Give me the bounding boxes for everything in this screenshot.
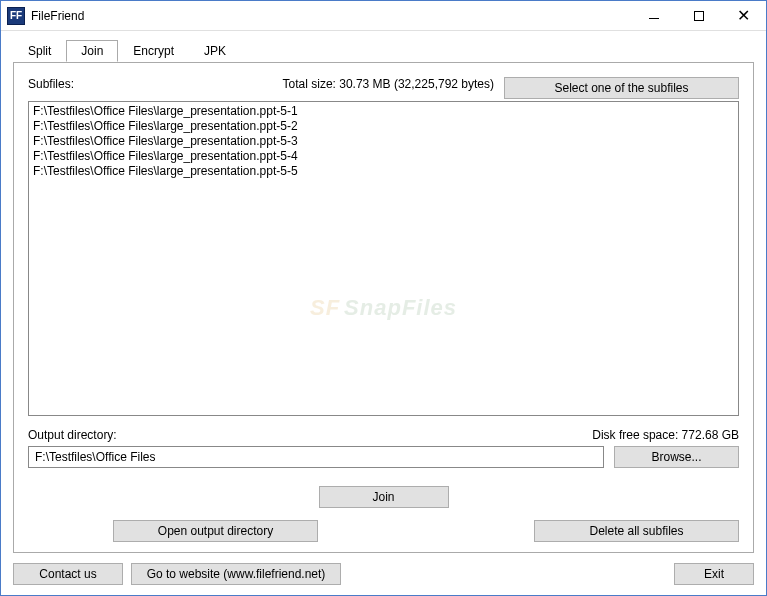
list-item[interactable]: F:\Testfiles\Office Files\large_presenta… bbox=[33, 119, 734, 134]
tab-bar: Split Join Encrypt JPK bbox=[13, 40, 754, 63]
subfiles-section: Subfiles: Total size: 30.73 MB (32,225,7… bbox=[28, 77, 739, 99]
tab-split[interactable]: Split bbox=[13, 40, 66, 62]
exit-button[interactable]: Exit bbox=[674, 563, 754, 585]
join-panel: Subfiles: Total size: 30.73 MB (32,225,7… bbox=[13, 62, 754, 553]
output-directory-input[interactable] bbox=[28, 446, 604, 468]
open-output-button[interactable]: Open output directory bbox=[113, 520, 318, 542]
disk-free-label: Disk free space: 772.68 GB bbox=[592, 428, 739, 442]
list-item[interactable]: F:\Testfiles\Office Files\large_presenta… bbox=[33, 149, 734, 164]
subfiles-label: Subfiles: bbox=[28, 77, 74, 91]
website-button[interactable]: Go to website (www.filefriend.net) bbox=[131, 563, 341, 585]
maximize-icon bbox=[694, 11, 704, 21]
tab-join[interactable]: Join bbox=[66, 40, 118, 62]
tab-encrypt[interactable]: Encrypt bbox=[118, 40, 189, 62]
minimize-icon bbox=[649, 18, 659, 19]
list-item[interactable]: F:\Testfiles\Office Files\large_presenta… bbox=[33, 104, 734, 119]
browse-button[interactable]: Browse... bbox=[614, 446, 739, 468]
minimize-button[interactable] bbox=[631, 1, 676, 30]
app-title: FileFriend bbox=[31, 9, 631, 23]
app-icon: FF bbox=[7, 7, 25, 25]
delete-subfiles-button[interactable]: Delete all subfiles bbox=[534, 520, 739, 542]
total-size-label: Total size: 30.73 MB (32,225,792 bytes) bbox=[283, 77, 494, 91]
tab-jpk[interactable]: JPK bbox=[189, 40, 241, 62]
footer-bar: Contact us Go to website (www.filefriend… bbox=[13, 561, 754, 587]
maximize-button[interactable] bbox=[676, 1, 721, 30]
join-button[interactable]: Join bbox=[319, 486, 449, 508]
list-item[interactable]: F:\Testfiles\Office Files\large_presenta… bbox=[33, 134, 734, 149]
close-button[interactable]: ✕ bbox=[721, 1, 766, 30]
titlebar: FF FileFriend ✕ bbox=[1, 1, 766, 31]
window-controls: ✕ bbox=[631, 1, 766, 30]
contact-button[interactable]: Contact us bbox=[13, 563, 123, 585]
close-icon: ✕ bbox=[737, 8, 750, 24]
subfiles-listbox[interactable]: F:\Testfiles\Office Files\large_presenta… bbox=[28, 101, 739, 416]
content-area: Split Join Encrypt JPK Subfiles: Total s… bbox=[1, 31, 766, 595]
output-directory-label: Output directory: bbox=[28, 428, 117, 442]
list-item[interactable]: F:\Testfiles\Office Files\large_presenta… bbox=[33, 164, 734, 179]
select-subfile-button[interactable]: Select one of the subfiles bbox=[504, 77, 739, 99]
